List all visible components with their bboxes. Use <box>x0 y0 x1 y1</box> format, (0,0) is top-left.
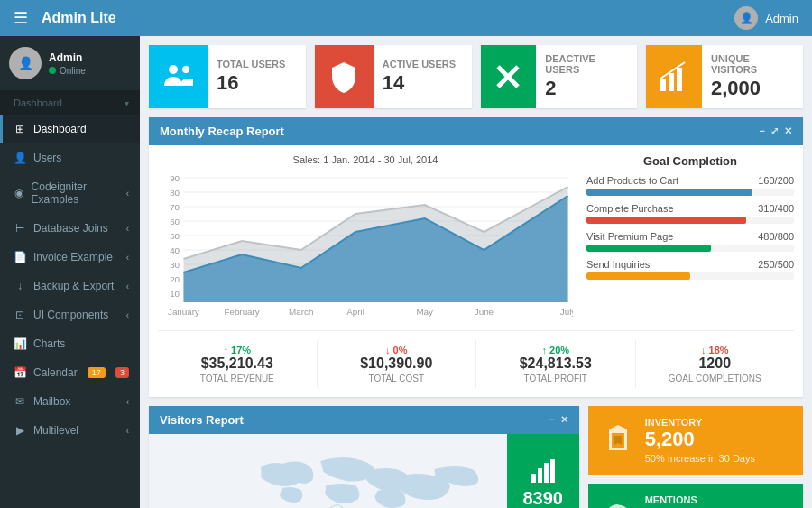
svg-rect-38 <box>544 463 549 483</box>
svg-text:90: 90 <box>170 173 180 182</box>
close-button[interactable]: ✕ <box>784 125 792 137</box>
avatar: 👤 <box>734 6 758 30</box>
sidebar-item-calendar[interactable]: 📅 Calendar 17 3 <box>0 358 140 387</box>
visitors-panel-header: Visitors Report − ✕ <box>149 406 579 434</box>
stat-amount: 1200 <box>641 356 790 372</box>
stat-card-value: 14 <box>383 71 456 95</box>
sidebar-item-label: Mailbox <box>33 395 70 408</box>
svg-text:June: June <box>475 307 494 316</box>
svg-rect-4 <box>660 79 666 91</box>
visitors-map: 8390 VISITS <box>149 434 579 508</box>
inventory-info: INVENTORY 5,200 50% Increase in 30 Days <box>645 417 789 464</box>
top-nav-user[interactable]: 👤 Admin <box>734 6 798 30</box>
stat-card-deactive-users: DEACTIVE USERS 2 <box>481 45 638 108</box>
dashboard-icon: ⊞ <box>14 123 26 135</box>
stat-card-info: ACTIVE USERS 14 <box>374 51 465 102</box>
goal-title: Goal Completion <box>586 154 794 168</box>
stat-card-total-users: TOTAL USERS 16 <box>149 45 306 108</box>
stat-item-goals: ↓ 18% 1200 GOAL COMPLETIONS <box>636 340 795 388</box>
chevron-icon: ‹ <box>126 426 129 436</box>
sidebar-item-charts[interactable]: 📊 Charts <box>0 329 140 358</box>
goal-item-2: Complete Purchase 310/400 <box>586 203 794 224</box>
goal-label: Send Inquiries 250/500 <box>586 259 794 270</box>
chevron-icon: ‹ <box>126 282 129 291</box>
visitors-panel-title: Visitors Report <box>160 413 244 427</box>
sidebar-item-codeigniter[interactable]: ◉ Codeigniter Examples ‹ <box>0 172 140 214</box>
inventory-value: 5,200 <box>645 428 789 451</box>
sidebar-item-users[interactable]: 👤 Users <box>0 143 140 172</box>
minimize-button[interactable]: − <box>760 125 765 137</box>
goal-bar-bg <box>586 189 794 196</box>
svg-text:80: 80 <box>170 188 180 197</box>
sidebar: 👤 Admin Online Dashboard ▾ ⊞ Dashboard 👤… <box>0 36 140 508</box>
svg-text:30: 30 <box>170 260 180 269</box>
svg-text:40: 40 <box>170 245 180 254</box>
svg-text:February: February <box>224 307 260 316</box>
sidebar-item-backup[interactable]: ↓ Backup & Export ‹ <box>0 272 140 300</box>
stat-card-label: DEACTIVE USERS <box>545 53 628 75</box>
codeigniter-icon: ◉ <box>14 187 24 199</box>
stat-desc: TOTAL PROFIT <box>481 374 631 383</box>
chevron-icon: ‹ <box>126 189 129 199</box>
goal-bar <box>586 189 752 196</box>
stat-amount: $24,813.53 <box>481 356 631 372</box>
stat-desc: GOAL COMPLETIONS <box>641 374 790 383</box>
goal-label: Visit Premium Page 480/800 <box>586 231 794 242</box>
sidebar-item-label: Dashboard <box>33 123 87 135</box>
goal-name: Add Products to Cart <box>586 175 678 186</box>
sidebar-nav: Dashboard ▾ ⊞ Dashboard 👤 Users ◉ Codeig… <box>0 91 140 508</box>
stat-card-label: UNIQUE VISITORS <box>711 53 794 75</box>
goal-bar <box>586 217 746 224</box>
minimize-button[interactable]: − <box>549 414 554 426</box>
goal-name: Complete Purchase <box>586 203 674 214</box>
svg-text:70: 70 <box>170 202 180 211</box>
users-icon: 👤 <box>14 152 26 164</box>
svg-text:60: 60 <box>170 217 180 226</box>
stat-trend: ↓ 0% <box>322 345 472 356</box>
stat-card-value: 2,000 <box>711 77 794 100</box>
svg-text:January: January <box>168 307 199 316</box>
svg-rect-39 <box>550 459 555 483</box>
svg-point-35 <box>329 505 345 508</box>
monthly-report-title: Monthly Recap Report <box>160 125 284 138</box>
sidebar-item-label: Invoice Example <box>33 251 113 263</box>
top-nav: ☰ Admin Lite 👤 Admin <box>0 0 812 36</box>
goal-name: Visit Premium Page <box>586 231 673 242</box>
sidebar-item-mailbox[interactable]: ✉ Mailbox ‹ <box>0 387 140 416</box>
goal-bar <box>586 245 711 252</box>
mentions-label: MENTIONS <box>645 494 789 505</box>
sidebar-item-multilevel[interactable]: ▶ Multilevel ‹ <box>0 416 140 445</box>
svg-rect-40 <box>609 433 612 449</box>
sidebar-item-invoice[interactable]: 📄 Invoice Example ‹ <box>0 243 140 272</box>
monthly-report-panel: Monthly Recap Report − ⤢ ✕ Sales: 1 Jan.… <box>149 117 803 397</box>
close-button[interactable]: ✕ <box>560 414 568 426</box>
inventory-sub: 50% Increase in 30 Days <box>645 453 789 464</box>
calendar-icon: 📅 <box>14 366 26 379</box>
sidebar-item-label: Codeigniter Examples <box>32 180 119 206</box>
stat-card-icon-users <box>149 45 208 108</box>
chevron-icon: ‹ <box>126 397 129 407</box>
chevron-icon: ‹ <box>126 310 129 320</box>
svg-text:March: March <box>289 307 313 316</box>
chart-title: Sales: 1 Jan. 2014 - 30 Jul, 2014 <box>158 154 573 165</box>
side-widgets: INVENTORY 5,200 50% Increase in 30 Days … <box>588 406 803 508</box>
stat-card-icon-active <box>315 45 374 108</box>
calendar-badge: 17 <box>88 367 106 378</box>
stats-row: ↑ 17% $35,210.43 TOTAL REVENUE ↓ 0% $10,… <box>158 330 794 388</box>
stat-card-value: 2 <box>545 77 628 100</box>
stat-card-info: TOTAL USERS 16 <box>208 51 294 102</box>
goal-name: Send Inquiries <box>586 259 650 270</box>
visits-value: 8390 <box>522 488 563 508</box>
backup-icon: ↓ <box>14 280 26 292</box>
stat-card-active-users: ACTIVE USERS 14 <box>315 45 472 108</box>
main-content: TOTAL USERS 16 ACTIVE USERS 14 <box>140 36 812 508</box>
sidebar-item-ui[interactable]: ⊡ UI Components ‹ <box>0 300 140 329</box>
expand-button[interactable]: ⤢ <box>770 125 779 137</box>
sidebar-item-dashboard[interactable]: ⊞ Dashboard <box>0 115 140 143</box>
stat-trend: ↓ 18% <box>641 345 790 356</box>
svg-text:20: 20 <box>170 274 180 283</box>
hamburger-icon[interactable]: ☰ <box>14 8 28 28</box>
sidebar-item-label: Charts <box>33 337 65 350</box>
sidebar-item-database[interactable]: ⊢ Database Joins ‹ <box>0 214 140 243</box>
sidebar-item-label: Users <box>33 152 61 164</box>
